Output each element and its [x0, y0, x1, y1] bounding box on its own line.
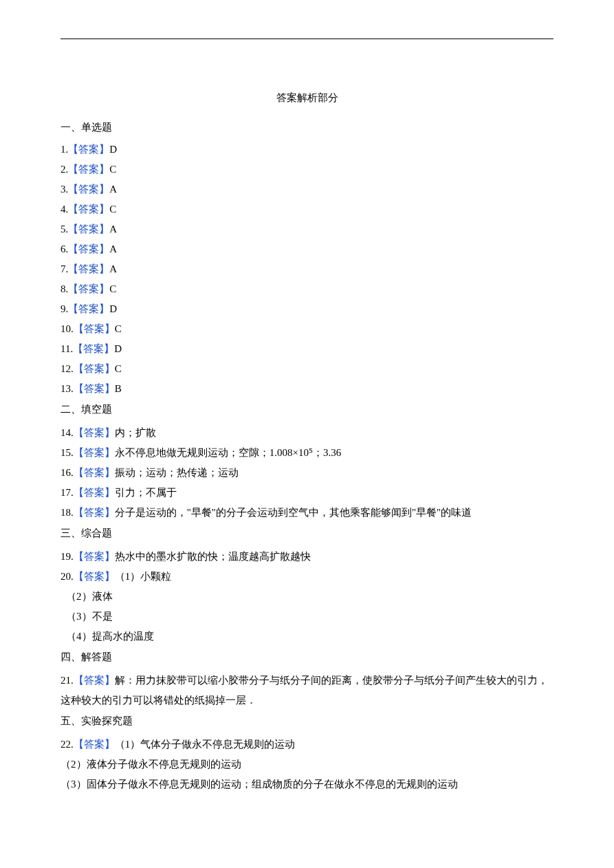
answer-number: 15.	[61, 447, 74, 458]
answer-tag: 【答案】	[68, 144, 109, 155]
answer-tag: 【答案】	[74, 323, 115, 334]
answer-subline: （3）固体分子做永不停息无规则的运动；组成物质的分子在做永不停息的无规则的运动	[61, 774, 553, 794]
answer-line: 5.【答案】A	[61, 219, 553, 239]
answer-line: 9.【答案】D	[61, 299, 553, 319]
answer-value: D	[114, 343, 122, 354]
answer-value: C	[115, 363, 122, 374]
answer-number: 19.	[61, 551, 74, 562]
answer-tag: 【答案】	[74, 487, 115, 498]
answer-value: 内；扩散	[115, 427, 156, 438]
answer-value: 永不停息地做无规则运动；空隙；1.008×10⁵；3.36	[115, 447, 341, 458]
answer-line: 17.【答案】引力；不属于	[61, 483, 553, 503]
section-5-list: 22.【答案】（1）气体分子做永不停息无规则的运动 （2）液体分子做永不停息无规…	[61, 735, 553, 794]
answer-number: 11.	[61, 343, 73, 354]
answer-line: 1.【答案】D	[61, 140, 553, 160]
answer-line: 14.【答案】内；扩散	[61, 423, 553, 443]
answer-number: 4.	[61, 204, 68, 215]
answer-value: C	[115, 323, 122, 334]
answer-value: C	[109, 283, 116, 294]
answer-line: 4.【答案】C	[61, 199, 553, 219]
answer-line: 11.【答案】D	[61, 339, 553, 359]
answer-value: 热水中的墨水扩散的快；温度越高扩散越快	[115, 551, 311, 562]
answer-tag: 【答案】	[68, 243, 109, 254]
answer-line: 13.【答案】B	[61, 379, 553, 399]
answer-number: 5.	[61, 224, 68, 235]
answer-value: 振动；运动；热传递；运动	[115, 467, 239, 478]
answer-number: 9.	[61, 303, 68, 314]
answer-line: 22.【答案】（1）气体分子做永不停息无规则的运动	[61, 735, 553, 755]
section-heading-5: 五、实验探究题	[61, 715, 553, 728]
answer-number: 1.	[61, 144, 68, 155]
answer-value: 解：用力抹胶带可以缩小胶带分子与纸分子间的距离，使胶带分子与纸分子间产生较大的引…	[61, 675, 548, 706]
answer-line: 3.【答案】A	[61, 180, 553, 199]
answer-line: 6.【答案】A	[61, 239, 553, 259]
answer-number: 12.	[61, 363, 74, 374]
answer-value: （1）小颗粒	[115, 571, 172, 582]
section-3-list: 19.【答案】热水中的墨水扩散的快；温度越高扩散越快 20.【答案】（1）小颗粒…	[61, 547, 553, 647]
answer-tag: 【答案】	[74, 447, 115, 458]
answer-tag: 【答案】	[74, 551, 115, 562]
answer-subline: （2）液体分子做永不停息无规则的运动	[61, 755, 553, 774]
answer-value: A	[109, 184, 117, 195]
answer-line: 15.【答案】永不停息地做无规则运动；空隙；1.008×10⁵；3.36	[61, 443, 553, 463]
answer-number: 14.	[61, 427, 74, 438]
answer-tag: 【答案】	[74, 383, 115, 394]
page-container: 答案解析部分 一、单选题 1.【答案】D 2.【答案】C 3.【答案】A 4.【…	[0, 0, 614, 822]
answer-value: B	[115, 383, 122, 394]
section-4-list: 21.【答案】解：用力抹胶带可以缩小胶带分子与纸分子间的距离，使胶带分子与纸分子…	[61, 671, 553, 710]
answer-number: 22.	[61, 739, 74, 750]
answer-tag: 【答案】	[74, 467, 115, 478]
answer-tag: 【答案】	[74, 571, 115, 582]
answer-number: 17.	[61, 487, 74, 498]
answer-number: 10.	[61, 323, 74, 334]
answer-tag: 【答案】	[74, 675, 115, 686]
answer-line: 21.【答案】解：用力抹胶带可以缩小胶带分子与纸分子间的距离，使胶带分子与纸分子…	[61, 671, 553, 710]
answer-number: 21.	[61, 675, 74, 686]
answer-value: A	[109, 243, 117, 254]
answer-number: 8.	[61, 283, 68, 294]
answer-tag: 【答案】	[74, 427, 115, 438]
section-heading-1: 一、单选题	[61, 121, 553, 134]
answer-number: 16.	[61, 467, 74, 478]
answer-value: D	[109, 303, 117, 314]
answer-subline: （3）不是	[61, 607, 553, 627]
document-title: 答案解析部分	[61, 91, 553, 105]
top-horizontal-rule	[61, 39, 553, 39]
answer-tag: 【答案】	[68, 184, 109, 195]
answer-line: 7.【答案】A	[61, 259, 553, 279]
answer-number: 2.	[61, 164, 68, 175]
answer-tag: 【答案】	[74, 739, 115, 750]
answer-line: 2.【答案】C	[61, 160, 553, 180]
answer-value: A	[109, 263, 117, 274]
answer-line: 12.【答案】C	[61, 359, 553, 379]
section-heading-3: 三、综合题	[61, 527, 553, 540]
answer-tag: 【答案】	[68, 224, 109, 235]
answer-tag: 【答案】	[68, 164, 109, 175]
section-1-list: 1.【答案】D 2.【答案】C 3.【答案】A 4.【答案】C 5.【答案】A …	[61, 140, 553, 399]
answer-value: C	[109, 164, 116, 175]
answer-line: 10.【答案】C	[61, 319, 553, 339]
answer-value: A	[109, 224, 117, 235]
answer-tag: 【答案】	[68, 303, 109, 314]
answer-value: D	[109, 144, 117, 155]
answer-subline: （4）提高水的温度	[61, 627, 553, 647]
section-heading-2: 二、填空题	[61, 403, 553, 416]
answer-tag: 【答案】	[68, 204, 109, 215]
answer-number: 3.	[61, 184, 68, 195]
answer-number: 18.	[61, 507, 74, 518]
answer-number: 20.	[61, 571, 74, 582]
answer-tag: 【答案】	[68, 263, 109, 274]
section-heading-4: 四、解答题	[61, 651, 553, 664]
answer-line: 19.【答案】热水中的墨水扩散的快；温度越高扩散越快	[61, 547, 553, 567]
answer-tag: 【答案】	[68, 283, 109, 294]
answer-tag: 【答案】	[73, 343, 114, 354]
answer-subline: （2）液体	[61, 587, 553, 607]
answer-value: 分子是运动的，"早餐"的分子会运动到空气中，其他乘客能够闻到"早餐"的味道	[115, 507, 472, 518]
answer-line: 16.【答案】振动；运动；热传递；运动	[61, 463, 553, 483]
answer-tag: 【答案】	[74, 507, 115, 518]
answer-value: C	[109, 204, 116, 215]
section-2-list: 14.【答案】内；扩散 15.【答案】永不停息地做无规则运动；空隙；1.008×…	[61, 423, 553, 523]
answer-line: 8.【答案】C	[61, 279, 553, 299]
answer-number: 13.	[61, 383, 74, 394]
answer-number: 7.	[61, 263, 68, 274]
